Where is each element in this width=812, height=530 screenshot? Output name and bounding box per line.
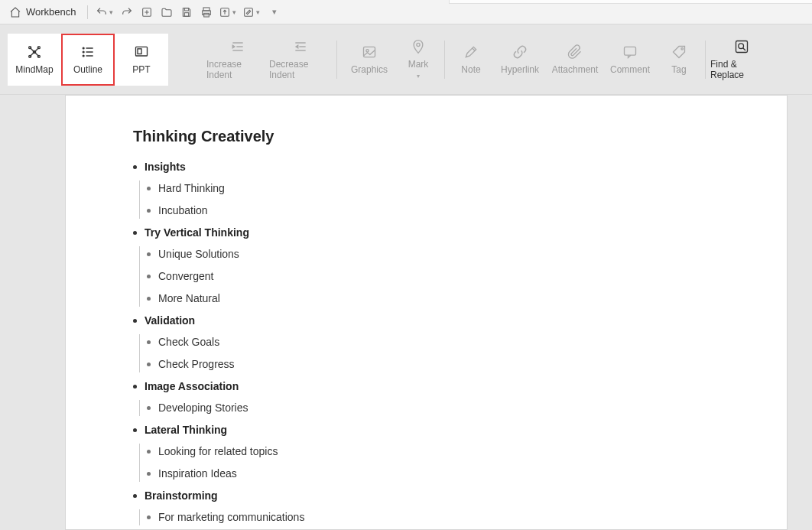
svg-point-14 <box>83 51 84 53</box>
increase-indent-button[interactable]: Increase Indent <box>206 34 269 86</box>
outline-item[interactable]: For marketing communications <box>147 509 787 525</box>
mindmap-icon <box>27 44 42 60</box>
outline-section: Lateral ThinkingLooking for related topi… <box>133 422 787 482</box>
outline-item[interactable]: Looking for related topics <box>147 444 787 460</box>
bullet-icon <box>147 515 151 519</box>
tab-ppt[interactable]: PPT <box>115 34 168 86</box>
tag-icon <box>671 44 687 60</box>
outline-item[interactable]: Check Progress <box>147 356 787 372</box>
redo-button[interactable] <box>119 5 135 20</box>
svg-rect-17 <box>138 48 141 54</box>
mark-icon <box>411 39 426 54</box>
ppt-icon <box>134 44 149 60</box>
outline-heading[interactable]: Insights <box>133 159 787 175</box>
bullet-icon <box>133 428 137 432</box>
undo-button[interactable]: ▾ <box>96 5 115 20</box>
svg-rect-23 <box>736 41 748 52</box>
hyperlink-label: Hyperlink <box>501 64 539 75</box>
mark-button[interactable]: Mark ▾ <box>397 34 440 86</box>
separator <box>705 41 706 79</box>
svg-point-22 <box>681 47 684 50</box>
tab-mindmap[interactable]: MindMap <box>8 34 61 86</box>
outline-item[interactable]: Unique Solutions <box>147 246 787 262</box>
find-replace-label: Find & Replace <box>710 59 773 80</box>
bullet-icon <box>147 187 151 190</box>
more-button[interactable]: ▾ <box>266 5 281 20</box>
outline-section: Image AssociationDeveloping Stories <box>133 379 787 416</box>
decrease-indent-icon <box>293 39 308 54</box>
bullet-icon <box>133 494 137 498</box>
workbench-button[interactable]: Workbench <box>6 5 80 20</box>
outline-item-text: For marketing communications <box>158 509 304 525</box>
outline-heading[interactable]: Lateral Thinking <box>133 422 787 438</box>
bullet-icon <box>133 319 137 323</box>
comment-button[interactable]: Comment <box>603 34 658 86</box>
svg-point-15 <box>83 55 84 57</box>
graphics-icon <box>362 44 377 60</box>
outline-heading[interactable]: Try Vertical Thinking <box>133 225 787 241</box>
svg-rect-7 <box>244 8 252 16</box>
workbench-label: Workbench <box>26 6 76 18</box>
outline-item[interactable]: Check Goals <box>147 334 787 350</box>
outline-item-text: Inspiration Ideas <box>158 466 237 482</box>
tab-mindmap-label: MindMap <box>15 64 53 75</box>
decrease-indent-button[interactable]: Decrease Indent <box>269 34 332 86</box>
outline-item[interactable]: Developing Stories <box>147 400 787 416</box>
note-label: Note <box>461 64 480 75</box>
svg-rect-2 <box>184 12 188 16</box>
document-area: Thinking Creatively InsightsHard Thinkin… <box>0 95 812 530</box>
outline-heading[interactable]: Brainstorming <box>133 488 787 504</box>
outline-children: Hard ThinkingIncubation <box>139 180 787 219</box>
bullet-icon <box>133 231 137 235</box>
bullet-icon <box>147 252 151 256</box>
outline-children: Looking for related topicsInspiration Id… <box>139 444 787 482</box>
outline-item[interactable]: Inspiration Ideas <box>147 466 787 482</box>
page[interactable]: Thinking Creatively InsightsHard Thinkin… <box>65 95 788 530</box>
outline-heading-text: Brainstorming <box>145 488 218 504</box>
tag-button[interactable]: Tag <box>658 34 700 86</box>
open-button[interactable] <box>159 5 174 20</box>
outline-item-text: Check Progress <box>158 356 235 372</box>
print-button[interactable] <box>199 5 214 20</box>
bullet-icon <box>147 472 151 476</box>
separator <box>336 41 337 79</box>
export-button[interactable]: ▾ <box>219 5 238 20</box>
outline-item[interactable]: More Natural <box>147 291 787 307</box>
outline-item-text: Unique Solutions <box>158 246 239 262</box>
bullet-icon <box>147 297 151 301</box>
bullet-icon <box>147 363 151 366</box>
chevron-down-icon: ▾ <box>272 7 277 17</box>
svg-rect-21 <box>625 47 636 55</box>
outline-root: InsightsHard ThinkingIncubationTry Verti… <box>133 159 787 530</box>
note-button[interactable]: Note <box>450 34 492 86</box>
new-button[interactable] <box>139 5 154 20</box>
graphics-button[interactable]: Graphics <box>342 34 397 86</box>
find-replace-button[interactable]: Find & Replace <box>710 34 773 86</box>
outline-children: Unique SolutionsConvergentMore Natural <box>139 246 787 307</box>
graphics-label: Graphics <box>351 64 388 75</box>
hyperlink-button[interactable]: Hyperlink <box>492 34 547 86</box>
increase-indent-icon <box>230 39 245 54</box>
outline-heading[interactable]: Image Association <box>133 379 787 395</box>
edit-menu-button[interactable]: ▾ <box>242 5 261 20</box>
svg-rect-3 <box>203 8 209 11</box>
tab-ppt-label: PPT <box>132 64 150 75</box>
outline-item[interactable]: Convergent <box>147 268 787 285</box>
outline-item[interactable]: Hard Thinking <box>147 180 787 197</box>
mark-label: Mark <box>408 59 429 70</box>
attachment-label: Attachment <box>552 64 599 75</box>
outline-item-text: More Natural <box>158 291 220 307</box>
attachment-button[interactable]: Attachment <box>547 34 603 86</box>
increase-indent-label: Increase Indent <box>206 59 269 80</box>
bullet-icon <box>133 165 137 169</box>
outline-section: BrainstormingFor marketing communication… <box>133 488 787 525</box>
separator <box>87 5 88 19</box>
save-button[interactable] <box>179 5 194 20</box>
outline-heading[interactable]: Validation <box>133 313 787 329</box>
tab-outline[interactable]: Outline <box>61 34 115 86</box>
outline-item[interactable]: Incubation <box>147 203 787 219</box>
decrease-indent-label: Decrease Indent <box>269 59 332 80</box>
hyperlink-icon <box>512 44 528 60</box>
document-title[interactable]: Thinking Creatively <box>133 128 787 145</box>
outline-item-text: Looking for related topics <box>158 444 278 460</box>
